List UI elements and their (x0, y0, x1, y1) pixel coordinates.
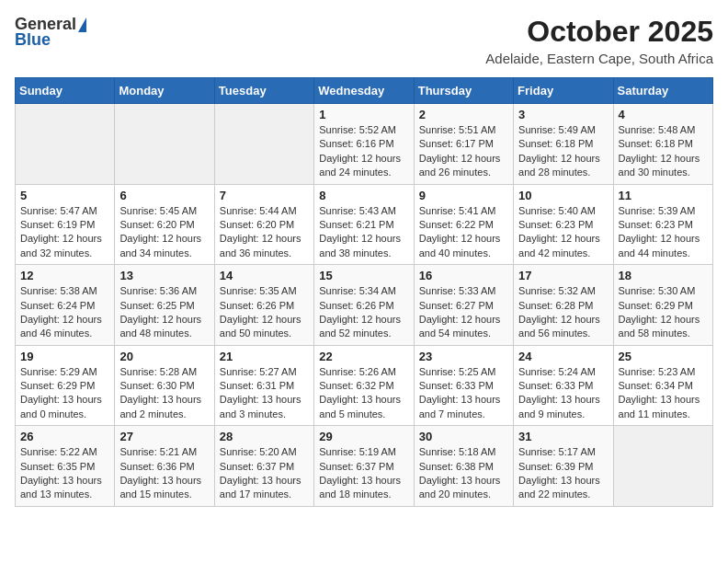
day-number: 16 (419, 269, 508, 282)
day-info: Sunrise: 5:21 AM Sunset: 6:36 PM Dayligh… (119, 445, 209, 502)
weekday-sunday: Sunday (16, 78, 115, 104)
calendar-cell: 28Sunrise: 5:20 AM Sunset: 6:37 PM Dayli… (214, 426, 313, 507)
calendar-cell: 2Sunrise: 5:51 AM Sunset: 6:17 PM Daylig… (414, 104, 513, 185)
day-info: Sunrise: 5:23 AM Sunset: 6:34 PM Dayligh… (619, 365, 708, 422)
page-header: General Blue October 2025 Adelaide, East… (15, 15, 713, 66)
calendar-cell: 14Sunrise: 5:35 AM Sunset: 6:26 PM Dayli… (214, 265, 313, 346)
calendar-cell: 17Sunrise: 5:32 AM Sunset: 6:28 PM Dayli… (514, 265, 613, 346)
day-info: Sunrise: 5:34 AM Sunset: 6:26 PM Dayligh… (319, 284, 408, 341)
weekday-thursday: Thursday (414, 78, 513, 104)
calendar-cell: 19Sunrise: 5:29 AM Sunset: 6:29 PM Dayli… (16, 345, 115, 426)
day-info: Sunrise: 5:35 AM Sunset: 6:26 PM Dayligh… (220, 284, 309, 341)
day-info: Sunrise: 5:30 AM Sunset: 6:29 PM Dayligh… (619, 284, 708, 341)
logo-blue-text: Blue (15, 30, 51, 50)
day-info: Sunrise: 5:33 AM Sunset: 6:27 PM Dayligh… (419, 284, 508, 341)
day-info: Sunrise: 5:25 AM Sunset: 6:33 PM Dayligh… (419, 365, 508, 422)
week-row-1: 1Sunrise: 5:52 AM Sunset: 6:16 PM Daylig… (16, 104, 713, 185)
day-number: 7 (220, 189, 309, 202)
calendar-cell: 31Sunrise: 5:17 AM Sunset: 6:39 PM Dayli… (514, 426, 613, 507)
calendar-cell: 12Sunrise: 5:38 AM Sunset: 6:24 PM Dayli… (16, 265, 115, 346)
calendar-cell: 22Sunrise: 5:26 AM Sunset: 6:32 PM Dayli… (314, 345, 414, 426)
day-number: 31 (518, 430, 608, 443)
day-info: Sunrise: 5:44 AM Sunset: 6:20 PM Dayligh… (220, 204, 309, 261)
calendar-cell: 20Sunrise: 5:28 AM Sunset: 6:30 PM Dayli… (115, 345, 214, 426)
calendar-table: SundayMondayTuesdayWednesdayThursdayFrid… (15, 77, 713, 507)
day-number: 15 (319, 269, 408, 282)
day-info: Sunrise: 5:22 AM Sunset: 6:35 PM Dayligh… (20, 445, 109, 502)
day-number: 23 (419, 350, 508, 363)
day-number: 19 (20, 350, 109, 363)
day-info: Sunrise: 5:36 AM Sunset: 6:25 PM Dayligh… (119, 284, 209, 341)
day-number: 24 (518, 350, 608, 363)
calendar-cell: 3Sunrise: 5:49 AM Sunset: 6:18 PM Daylig… (514, 104, 613, 185)
day-info: Sunrise: 5:24 AM Sunset: 6:33 PM Dayligh… (518, 365, 608, 422)
calendar-cell: 9Sunrise: 5:41 AM Sunset: 6:22 PM Daylig… (414, 184, 513, 265)
day-info: Sunrise: 5:49 AM Sunset: 6:18 PM Dayligh… (518, 123, 608, 180)
calendar-cell: 18Sunrise: 5:30 AM Sunset: 6:29 PM Dayli… (613, 265, 712, 346)
day-info: Sunrise: 5:45 AM Sunset: 6:20 PM Dayligh… (119, 204, 209, 261)
calendar-cell (16, 104, 115, 185)
calendar-cell: 13Sunrise: 5:36 AM Sunset: 6:25 PM Dayli… (115, 265, 214, 346)
day-number: 8 (319, 189, 408, 202)
day-info: Sunrise: 5:41 AM Sunset: 6:22 PM Dayligh… (419, 204, 508, 261)
calendar-cell: 1Sunrise: 5:52 AM Sunset: 6:16 PM Daylig… (314, 104, 414, 185)
calendar-cell: 29Sunrise: 5:19 AM Sunset: 6:37 PM Dayli… (314, 426, 414, 507)
calendar-cell: 11Sunrise: 5:39 AM Sunset: 6:23 PM Dayli… (613, 184, 712, 265)
day-info: Sunrise: 5:40 AM Sunset: 6:23 PM Dayligh… (518, 204, 608, 261)
day-number: 30 (419, 430, 508, 443)
day-info: Sunrise: 5:48 AM Sunset: 6:18 PM Dayligh… (619, 123, 708, 180)
day-info: Sunrise: 5:29 AM Sunset: 6:29 PM Dayligh… (20, 365, 109, 422)
calendar-cell: 10Sunrise: 5:40 AM Sunset: 6:23 PM Dayli… (514, 184, 613, 265)
calendar-cell: 6Sunrise: 5:45 AM Sunset: 6:20 PM Daylig… (115, 184, 214, 265)
weekday-header-row: SundayMondayTuesdayWednesdayThursdayFrid… (16, 78, 713, 104)
day-number: 12 (20, 269, 109, 282)
day-number: 5 (20, 189, 109, 202)
calendar-cell: 25Sunrise: 5:23 AM Sunset: 6:34 PM Dayli… (613, 345, 712, 426)
calendar-cell: 16Sunrise: 5:33 AM Sunset: 6:27 PM Dayli… (414, 265, 513, 346)
day-number: 28 (220, 430, 309, 443)
logo: General Blue (15, 15, 86, 50)
day-number: 18 (619, 269, 708, 282)
weekday-wednesday: Wednesday (314, 78, 414, 104)
day-info: Sunrise: 5:43 AM Sunset: 6:21 PM Dayligh… (319, 204, 408, 261)
calendar-cell: 27Sunrise: 5:21 AM Sunset: 6:36 PM Dayli… (115, 426, 214, 507)
day-number: 21 (220, 350, 309, 363)
calendar-cell (115, 104, 214, 185)
day-info: Sunrise: 5:38 AM Sunset: 6:24 PM Dayligh… (20, 284, 109, 341)
day-info: Sunrise: 5:26 AM Sunset: 6:32 PM Dayligh… (319, 365, 408, 422)
day-number: 25 (619, 350, 708, 363)
title-block: October 2025 Adelaide, Eastern Cape, Sou… (485, 15, 713, 66)
day-info: Sunrise: 5:51 AM Sunset: 6:17 PM Dayligh… (419, 123, 508, 180)
calendar-cell: 30Sunrise: 5:18 AM Sunset: 6:38 PM Dayli… (414, 426, 513, 507)
day-info: Sunrise: 5:39 AM Sunset: 6:23 PM Dayligh… (619, 204, 708, 261)
day-info: Sunrise: 5:28 AM Sunset: 6:30 PM Dayligh… (119, 365, 209, 422)
day-number: 27 (119, 430, 209, 443)
day-number: 29 (319, 430, 408, 443)
day-number: 10 (518, 189, 608, 202)
day-number: 1 (319, 108, 408, 121)
day-number: 9 (419, 189, 508, 202)
calendar-cell (214, 104, 313, 185)
week-row-3: 12Sunrise: 5:38 AM Sunset: 6:24 PM Dayli… (16, 265, 713, 346)
day-info: Sunrise: 5:27 AM Sunset: 6:31 PM Dayligh… (220, 365, 309, 422)
day-number: 4 (619, 108, 708, 121)
calendar-cell: 15Sunrise: 5:34 AM Sunset: 6:26 PM Dayli… (314, 265, 414, 346)
location-text: Adelaide, Eastern Cape, South Africa (485, 51, 713, 66)
calendar-cell: 4Sunrise: 5:48 AM Sunset: 6:18 PM Daylig… (613, 104, 712, 185)
calendar-body: 1Sunrise: 5:52 AM Sunset: 6:16 PM Daylig… (16, 104, 713, 507)
calendar-cell: 24Sunrise: 5:24 AM Sunset: 6:33 PM Dayli… (514, 345, 613, 426)
day-number: 22 (319, 350, 408, 363)
logo-triangle-icon (78, 17, 86, 32)
weekday-friday: Friday (514, 78, 613, 104)
day-number: 11 (619, 189, 708, 202)
calendar-cell: 5Sunrise: 5:47 AM Sunset: 6:19 PM Daylig… (16, 184, 115, 265)
calendar-cell: 23Sunrise: 5:25 AM Sunset: 6:33 PM Dayli… (414, 345, 513, 426)
day-number: 3 (518, 108, 608, 121)
day-number: 13 (119, 269, 209, 282)
week-row-2: 5Sunrise: 5:47 AM Sunset: 6:19 PM Daylig… (16, 184, 713, 265)
calendar-cell (613, 426, 712, 507)
week-row-4: 19Sunrise: 5:29 AM Sunset: 6:29 PM Dayli… (16, 345, 713, 426)
day-number: 26 (20, 430, 109, 443)
calendar-cell: 26Sunrise: 5:22 AM Sunset: 6:35 PM Dayli… (16, 426, 115, 507)
month-title: October 2025 (485, 15, 713, 49)
